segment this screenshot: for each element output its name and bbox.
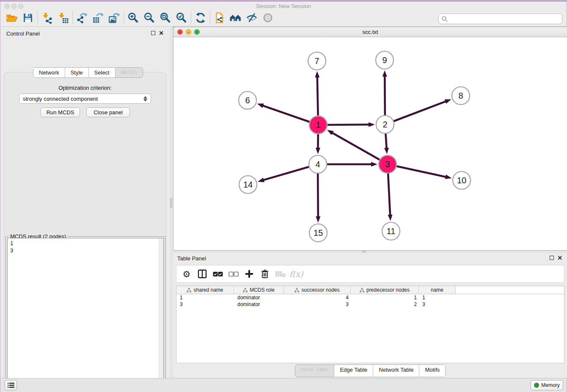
graph-node-3[interactable]: 3 — [379, 155, 396, 173]
control-panel: Control Panel ✕ NetworkStyleSelectMCDS O… — [0, 27, 170, 378]
zoom-fit-icon[interactable] — [157, 11, 173, 25]
export-image-icon[interactable] — [106, 11, 122, 25]
node-label: 4 — [315, 160, 320, 169]
cell-MCDS-role[interactable]: dominator — [234, 295, 284, 301]
window-title: Session: New Session — [0, 3, 567, 9]
node-label: 2 — [383, 120, 387, 129]
cell-successor-nodes[interactable]: 3 — [284, 301, 351, 307]
deselect-all-icon[interactable] — [228, 268, 239, 280]
hierarchy-icon — [295, 288, 299, 293]
graph-node-7[interactable]: 7 — [308, 52, 326, 70]
mcds-result-list[interactable]: 1 3 — [7, 238, 164, 392]
graph-node-2[interactable]: 2 — [376, 116, 394, 133]
edge-3-10[interactable] — [388, 164, 452, 179]
cell-shared-name[interactable]: 3 — [176, 301, 234, 307]
graph-node-8[interactable]: 8 — [452, 87, 470, 105]
graph-node-9[interactable]: 9 — [376, 51, 394, 69]
criterion-dropdown[interactable]: strongly connected component — [19, 94, 151, 104]
delete-table-icon — [275, 268, 286, 280]
node-label: 10 — [457, 176, 466, 185]
close-panel-button[interactable]: Close panel — [86, 108, 130, 117]
add-column-icon[interactable] — [243, 268, 255, 280]
graph-node-14[interactable]: 14 — [239, 176, 257, 193]
network-window-title: scc.txt — [173, 29, 567, 35]
run-mcds-button[interactable]: Run MCDS — [41, 108, 80, 117]
table-row[interactable]: 3dominator323 — [176, 301, 564, 308]
column-header-MCDS-role[interactable]: MCDS role — [234, 286, 284, 294]
tab-style[interactable]: Style — [65, 68, 88, 77]
window-titlebar[interactable]: Session: New Session — [0, 2, 567, 9]
graph-node-1[interactable]: 1 — [309, 116, 327, 134]
float-panel-icon[interactable] — [550, 256, 554, 260]
graph-node-11[interactable]: 11 — [382, 222, 400, 240]
save-session-icon[interactable] — [20, 11, 36, 25]
edge-2-8[interactable] — [385, 99, 451, 124]
network-window-titlebar[interactable]: × – + scc.txt — [173, 27, 567, 37]
graph-node-4[interactable]: 4 — [309, 155, 327, 173]
select-all-icon[interactable] — [212, 268, 224, 280]
tab-network-table[interactable]: Network Table — [373, 365, 419, 377]
column-header-successor-nodes[interactable]: successor nodes — [284, 286, 351, 294]
tab-mcds[interactable]: MCDS — [115, 68, 143, 77]
cell-successor-nodes[interactable]: 4 — [284, 295, 351, 301]
cell-predecessor-nodes[interactable]: 2 — [351, 301, 419, 307]
node-table[interactable]: shared nameMCDS rolesuccessor nodesprede… — [176, 286, 564, 363]
tab-select[interactable]: Select — [88, 68, 115, 77]
graph-node-6[interactable]: 6 — [239, 91, 256, 109]
cell-name[interactable]: 1 — [419, 295, 456, 301]
node-label: 14 — [243, 180, 253, 189]
delete-column-icon[interactable] — [259, 268, 271, 280]
preview-eye-icon[interactable] — [260, 11, 276, 25]
hide-panels-icon[interactable] — [244, 11, 260, 25]
status-bar: Memory — [0, 378, 567, 392]
open-folder-icon[interactable] — [4, 11, 20, 25]
optimization-criterion-label: Optimization criterion: — [0, 85, 170, 91]
tab-motifs[interactable]: Motifs — [419, 365, 445, 377]
cell-MCDS-role[interactable]: dominator — [234, 301, 284, 307]
close-panel-icon[interactable]: ✕ — [557, 256, 562, 260]
node-label: 9 — [382, 55, 387, 65]
graph-node-15[interactable]: 15 — [309, 224, 327, 242]
graph-node-10[interactable]: 10 — [453, 171, 471, 189]
settings-gear-icon[interactable]: ⚙ — [181, 268, 193, 280]
splitter-grip[interactable] — [170, 198, 172, 207]
toolbar-separator — [37, 11, 38, 24]
table-panel: Table Panel ✕ ⚙ f(x) — [173, 253, 567, 378]
control-panel-title: Control Panel — [6, 30, 40, 37]
search-input[interactable] — [438, 14, 562, 24]
tab-node-table[interactable]: Node Table — [295, 365, 334, 377]
column-header-shared-name[interactable]: shared name — [176, 286, 234, 294]
cell-name[interactable]: 3 — [419, 301, 456, 307]
mcds-result-group: MCDS result (2 nodes) 1 3 — [6, 236, 165, 392]
column-header-name[interactable]: name — [419, 286, 456, 294]
zoom-out-icon[interactable] — [141, 11, 157, 25]
zoom-selected-icon[interactable] — [173, 11, 190, 25]
toolbar-separator — [124, 11, 124, 24]
hierarchy-icon — [187, 288, 191, 293]
table-row[interactable]: 1dominator411 — [176, 294, 564, 301]
tab-edge-table[interactable]: Edge Table — [334, 365, 373, 377]
edge-3-1[interactable] — [327, 130, 388, 164]
node-label: 15 — [314, 228, 323, 237]
network-graph-canvas[interactable]: 7968124314101511 — [173, 37, 567, 250]
tab-network[interactable]: Network — [33, 68, 65, 77]
float-panel-icon[interactable] — [151, 31, 155, 35]
zoom-in-icon[interactable] — [125, 11, 141, 25]
cell-shared-name[interactable]: 1 — [176, 295, 234, 301]
vertical-splitter[interactable] — [170, 27, 173, 378]
clone-network-icon[interactable] — [212, 11, 228, 25]
export-network-icon[interactable] — [74, 11, 90, 25]
cell-predecessor-nodes[interactable]: 1 — [351, 295, 419, 301]
export-table-icon[interactable] — [90, 11, 106, 25]
result-scrollbar[interactable] — [159, 238, 163, 392]
column-view-icon[interactable] — [196, 268, 208, 280]
column-header-predecessor-nodes[interactable]: predecessor nodes — [351, 286, 419, 294]
edge-1-6[interactable] — [257, 104, 318, 125]
close-panel-icon[interactable]: ✕ — [159, 31, 164, 35]
import-table-icon[interactable] — [55, 11, 71, 25]
task-history-button[interactable] — [5, 380, 17, 390]
home-icon[interactable] — [228, 11, 244, 25]
import-network-icon[interactable] — [39, 11, 55, 25]
refresh-layout-icon[interactable] — [193, 11, 209, 25]
memory-button[interactable]: Memory — [531, 380, 563, 390]
